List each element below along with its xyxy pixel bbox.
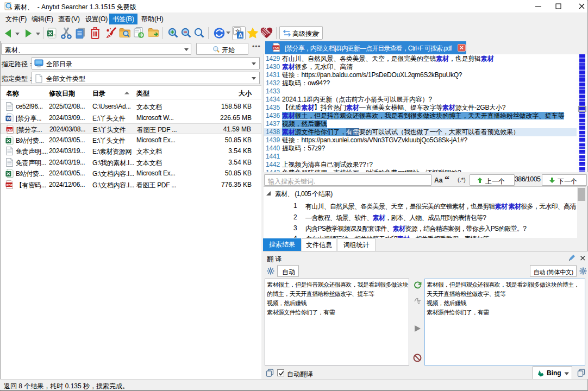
svg-text:PDF: PDF (7, 128, 14, 131)
svg-text:A: A (239, 32, 243, 39)
svg-text:PDF: PDF (273, 46, 280, 49)
svg-text:PDF: PDF (7, 184, 13, 187)
svg-text:a: a (54, 33, 56, 37)
svg-text:W: W (7, 116, 11, 121)
